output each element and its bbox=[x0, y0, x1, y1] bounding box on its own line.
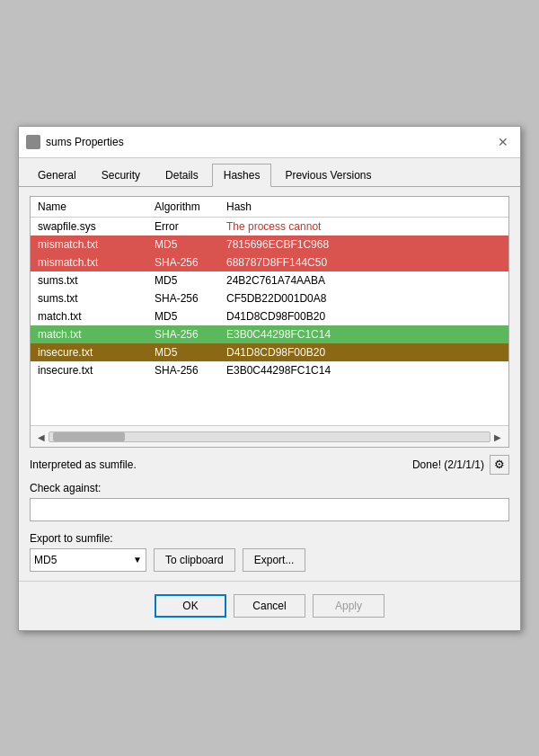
tab-details[interactable]: Details bbox=[154, 164, 210, 186]
tab-content: Name Algorithm Hash swapfile.sysErrorThe… bbox=[19, 187, 520, 581]
cell-hash: 24B2C761A74AABA bbox=[219, 271, 508, 289]
tab-previous-versions[interactable]: Previous Versions bbox=[273, 164, 383, 186]
export-format-select[interactable]: MD5 ▼ bbox=[30, 548, 146, 572]
cell-algorithm: SHA-256 bbox=[147, 325, 219, 343]
cell-hash: D41D8CD98F00B20 bbox=[219, 307, 508, 325]
apply-button[interactable]: Apply bbox=[313, 594, 384, 618]
tab-bar: General Security Details Hashes Previous… bbox=[19, 158, 520, 187]
settings-gear-button[interactable]: ⚙ bbox=[490, 455, 509, 475]
export-button[interactable]: Export... bbox=[243, 548, 306, 572]
cell-name: mismatch.txt bbox=[31, 236, 147, 253]
cell-algorithm: MD5 bbox=[147, 343, 219, 361]
table-row: swapfile.sysErrorThe process cannot bbox=[31, 217, 508, 236]
status-right: Done! (2/1/1/1) ⚙ bbox=[412, 455, 509, 475]
tab-hashes[interactable]: Hashes bbox=[212, 164, 272, 187]
horizontal-scrollbar[interactable]: ◀ ▶ bbox=[31, 425, 508, 448]
export-row: MD5 ▼ To clipboard Export... bbox=[30, 548, 509, 572]
cell-algorithm: SHA-256 bbox=[147, 289, 219, 307]
tab-general[interactable]: General bbox=[26, 164, 88, 186]
dialog-footer: OK Cancel Apply bbox=[19, 581, 520, 630]
cancel-button[interactable]: Cancel bbox=[234, 594, 305, 618]
scroll-left-arrow[interactable]: ◀ bbox=[34, 432, 49, 442]
cell-name: mismatch.txt bbox=[31, 253, 147, 271]
scroll-right-arrow[interactable]: ▶ bbox=[490, 432, 505, 442]
cell-name: swapfile.sys bbox=[31, 217, 147, 236]
cell-hash: 688787D8FF144C50 bbox=[219, 253, 508, 271]
cell-hash: The process cannot bbox=[219, 217, 508, 236]
cell-hash: E3B0C44298FC1C14 bbox=[219, 325, 508, 343]
col-header-hash: Hash bbox=[219, 197, 508, 218]
ok-button[interactable]: OK bbox=[155, 594, 226, 618]
cell-name: insecure.txt bbox=[31, 361, 147, 379]
cell-hash: D41D8CD98F00B20 bbox=[219, 343, 508, 361]
check-against-input[interactable] bbox=[30, 498, 509, 521]
hash-table: Name Algorithm Hash swapfile.sysErrorThe… bbox=[31, 197, 508, 379]
status-row: Interpreted as sumfile. Done! (2/1/1/1) … bbox=[30, 453, 509, 476]
interpreted-as-text: Interpreted as sumfile. bbox=[30, 458, 412, 471]
cell-algorithm: MD5 bbox=[147, 236, 219, 253]
scrollbar-track[interactable] bbox=[49, 431, 490, 442]
cell-algorithm: MD5 bbox=[147, 307, 219, 325]
chevron-down-icon: ▼ bbox=[133, 555, 142, 565]
done-text: Done! (2/1/1/1) bbox=[412, 458, 484, 471]
cell-name: match.txt bbox=[31, 325, 147, 343]
title-bar: sums Properties ✕ bbox=[19, 127, 520, 158]
table-scroll-area[interactable]: Name Algorithm Hash swapfile.sysErrorThe… bbox=[31, 197, 508, 425]
to-clipboard-button[interactable]: To clipboard bbox=[154, 548, 235, 572]
cell-name: sums.txt bbox=[31, 271, 147, 289]
export-format-value: MD5 bbox=[34, 554, 57, 566]
col-header-name: Name bbox=[31, 197, 147, 218]
table-row: mismatch.txtSHA-256688787D8FF144C50 bbox=[31, 253, 508, 271]
window-title: sums Properties bbox=[46, 136, 493, 148]
table-row: match.txtMD5D41D8CD98F00B20 bbox=[31, 307, 508, 325]
window-icon bbox=[26, 135, 40, 149]
cell-hash: 7815696ECBF1C968 bbox=[219, 236, 508, 253]
table-row: mismatch.txtMD57815696ECBF1C968 bbox=[31, 236, 508, 253]
tab-security[interactable]: Security bbox=[90, 164, 152, 186]
cell-name: insecure.txt bbox=[31, 343, 147, 361]
col-header-algorithm: Algorithm bbox=[147, 197, 219, 218]
table-row: sums.txtSHA-256CF5DB22D001D0A8 bbox=[31, 289, 508, 307]
close-button[interactable]: ✕ bbox=[493, 132, 513, 152]
check-against-label: Check against: bbox=[30, 482, 509, 494]
cell-hash: CF5DB22D001D0A8 bbox=[219, 289, 508, 307]
table-row: sums.txtMD524B2C761A74AABA bbox=[31, 271, 508, 289]
properties-window: sums Properties ✕ General Security Detai… bbox=[18, 126, 521, 631]
export-label: Export to sumfile: bbox=[30, 532, 509, 545]
scrollbar-thumb[interactable] bbox=[53, 432, 125, 441]
table-row: insecure.txtSHA-256E3B0C44298FC1C14 bbox=[31, 361, 508, 379]
cell-algorithm: MD5 bbox=[147, 271, 219, 289]
table-row: insecure.txtMD5D41D8CD98F00B20 bbox=[31, 343, 508, 361]
cell-algorithm: SHA-256 bbox=[147, 361, 219, 379]
cell-name: match.txt bbox=[31, 307, 147, 325]
hash-table-container: Name Algorithm Hash swapfile.sysErrorThe… bbox=[30, 196, 509, 448]
table-row: match.txtSHA-256E3B0C44298FC1C14 bbox=[31, 325, 508, 343]
cell-algorithm: Error bbox=[147, 217, 219, 236]
cell-hash: E3B0C44298FC1C14 bbox=[219, 361, 508, 379]
cell-name: sums.txt bbox=[31, 289, 147, 307]
cell-algorithm: SHA-256 bbox=[147, 253, 219, 271]
